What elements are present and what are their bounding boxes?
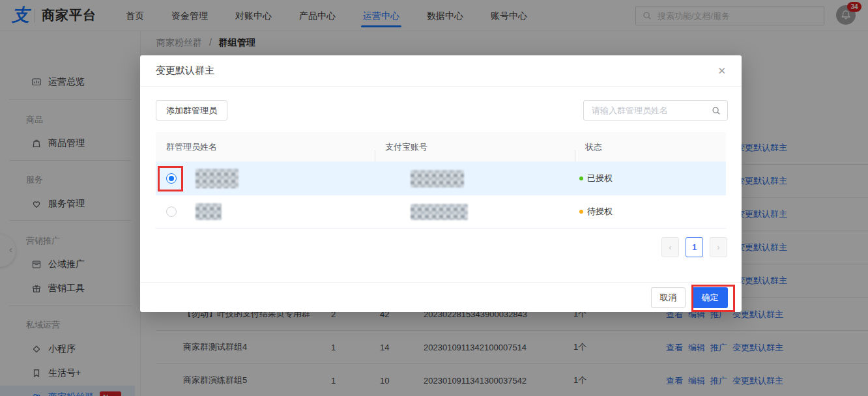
redacted-admin-name bbox=[195, 203, 222, 220]
pagination: ‹ 1 › bbox=[661, 237, 727, 257]
header-admin-name: 群管理员姓名 bbox=[156, 141, 375, 153]
app-window: 支 商家平台 首页 资金管理 对账中心 产品中心 运营中心 数据中心 账号中心 bbox=[0, 0, 868, 396]
change-default-owner-modal: 变更默认群主 ✕ 添加群管理员 群管理员姓名 支付宝账号 状态 bbox=[140, 55, 742, 312]
admin-search-input[interactable] bbox=[590, 105, 712, 116]
admin-row[interactable]: 待授权 bbox=[156, 195, 726, 229]
admin-row-selected[interactable]: 已授权 bbox=[156, 162, 726, 195]
status-dot-authorized bbox=[579, 177, 583, 180]
close-icon[interactable]: ✕ bbox=[717, 66, 726, 76]
status-label: 已授权 bbox=[587, 173, 613, 184]
modal-title: 变更默认群主 bbox=[156, 64, 214, 77]
pagination-next-button[interactable]: › bbox=[710, 237, 727, 257]
admin-table: 群管理员姓名 支付宝账号 状态 已授权 bbox=[156, 132, 726, 229]
search-icon bbox=[712, 106, 721, 115]
confirm-button[interactable]: 确定 bbox=[692, 287, 728, 308]
admin-table-header: 群管理员姓名 支付宝账号 状态 bbox=[156, 132, 726, 162]
header-status: 状态 bbox=[575, 141, 726, 153]
admin-search bbox=[583, 100, 728, 120]
header-alipay-account: 支付宝账号 bbox=[375, 141, 575, 153]
status-dot-pending bbox=[579, 210, 583, 214]
add-admin-button[interactable]: 添加群管理员 bbox=[156, 100, 227, 120]
redacted-alipay-account bbox=[411, 170, 464, 188]
radio-unselected[interactable] bbox=[166, 206, 177, 217]
modal-footer: 取消 确定 bbox=[140, 282, 742, 312]
pagination-page-1[interactable]: 1 bbox=[686, 237, 703, 257]
redacted-alipay-account bbox=[411, 204, 468, 220]
redacted-admin-name bbox=[195, 169, 239, 188]
modal-header: 变更默认群主 ✕ bbox=[140, 55, 742, 87]
pagination-prev-button[interactable]: ‹ bbox=[661, 237, 679, 257]
modal-toolbar: 添加群管理员 bbox=[156, 100, 728, 120]
status-label: 待授权 bbox=[587, 206, 613, 218]
cancel-button[interactable]: 取消 bbox=[651, 287, 686, 308]
radio-selected[interactable] bbox=[166, 173, 177, 184]
